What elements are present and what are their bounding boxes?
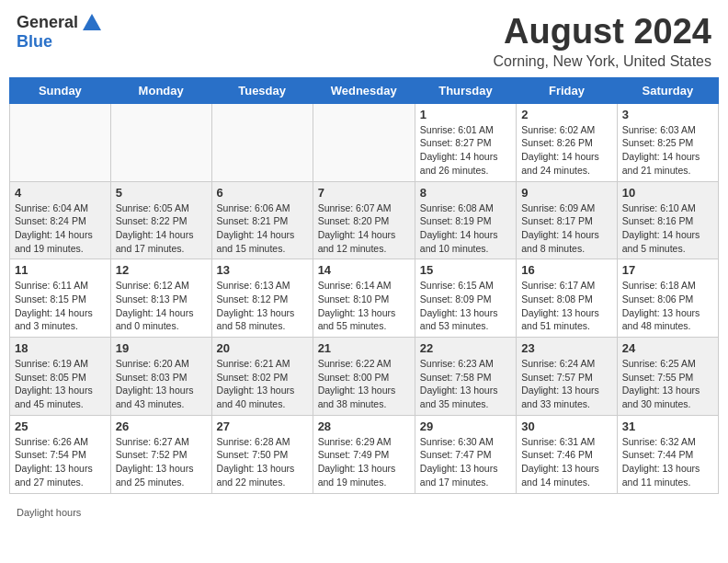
location-title: Corning, New York, United States	[494, 53, 711, 70]
day-cell-18: 18Sunrise: 6:19 AMSunset: 8:05 PMDayligh…	[10, 338, 111, 416]
day-cell-17: 17Sunrise: 6:18 AMSunset: 8:06 PMDayligh…	[617, 259, 718, 338]
day-info: Sunrise: 6:10 AMSunset: 8:16 PMDaylight:…	[622, 201, 713, 256]
day-number: 22	[420, 341, 511, 355]
day-cell-23: 23Sunrise: 6:24 AMSunset: 7:57 PMDayligh…	[517, 338, 618, 416]
calendar-table: SundayMondayTuesdayWednesdayThursdayFrid…	[9, 77, 719, 494]
day-number: 25	[15, 419, 106, 433]
day-info: Sunrise: 6:32 AMSunset: 7:44 PMDaylight:…	[622, 435, 713, 489]
day-number: 21	[318, 341, 410, 355]
title-area: August 2024 Corning, New York, United St…	[494, 13, 711, 70]
day-info: Sunrise: 6:15 AMSunset: 8:09 PMDaylight:…	[420, 279, 511, 333]
day-info: Sunrise: 6:31 AMSunset: 7:46 PMDaylight:…	[521, 435, 612, 489]
day-header-wednesday: Wednesday	[313, 77, 415, 103]
day-info: Sunrise: 6:09 AMSunset: 8:17 PMDaylight:…	[521, 201, 612, 256]
day-info: Sunrise: 6:17 AMSunset: 8:08 PMDaylight:…	[521, 279, 612, 333]
day-number: 29	[420, 419, 511, 433]
day-info: Sunrise: 6:19 AMSunset: 8:05 PMDaylight:…	[15, 357, 106, 411]
calendar-container: SundayMondayTuesdayWednesdayThursdayFrid…	[0, 77, 728, 503]
day-number: 31	[622, 419, 713, 433]
day-header-row: SundayMondayTuesdayWednesdayThursdayFrid…	[10, 77, 719, 103]
day-cell-30: 30Sunrise: 6:31 AMSunset: 7:46 PMDayligh…	[517, 415, 618, 493]
day-cell-6: 6Sunrise: 6:06 AMSunset: 8:21 PMDaylight…	[211, 181, 313, 259]
week-row-3: 11Sunrise: 6:11 AMSunset: 8:15 PMDayligh…	[10, 259, 719, 338]
day-header-monday: Monday	[110, 77, 211, 103]
day-cell-5: 5Sunrise: 6:05 AMSunset: 8:22 PMDaylight…	[110, 181, 211, 259]
day-cell-15: 15Sunrise: 6:15 AMSunset: 8:09 PMDayligh…	[415, 259, 516, 338]
day-number: 9	[521, 186, 612, 200]
day-cell-27: 27Sunrise: 6:28 AMSunset: 7:50 PMDayligh…	[211, 415, 313, 493]
day-number: 3	[622, 108, 713, 121]
day-number: 19	[116, 341, 207, 355]
day-info: Sunrise: 6:29 AMSunset: 7:49 PMDaylight:…	[318, 435, 410, 489]
day-cell-20: 20Sunrise: 6:21 AMSunset: 8:02 PMDayligh…	[211, 338, 313, 416]
day-number: 13	[217, 263, 308, 277]
day-number: 18	[15, 341, 106, 355]
day-number: 28	[318, 419, 410, 433]
day-cell-7: 7Sunrise: 6:07 AMSunset: 8:20 PMDaylight…	[313, 181, 415, 259]
day-info: Sunrise: 6:27 AMSunset: 7:52 PMDaylight:…	[116, 435, 207, 489]
day-header-tuesday: Tuesday	[211, 77, 313, 103]
day-number: 16	[521, 263, 612, 277]
day-info: Sunrise: 6:26 AMSunset: 7:54 PMDaylight:…	[15, 435, 106, 489]
day-cell-19: 19Sunrise: 6:20 AMSunset: 8:03 PMDayligh…	[110, 338, 211, 416]
day-cell-31: 31Sunrise: 6:32 AMSunset: 7:44 PMDayligh…	[617, 415, 718, 493]
day-info: Sunrise: 6:02 AMSunset: 8:26 PMDaylight:…	[521, 123, 612, 178]
day-cell-empty-1	[110, 103, 211, 181]
day-header-friday: Friday	[517, 77, 618, 103]
day-number: 1	[420, 108, 511, 121]
logo: General Blue	[17, 13, 101, 52]
day-number: 26	[116, 419, 207, 433]
day-info: Sunrise: 6:18 AMSunset: 8:06 PMDaylight:…	[622, 279, 713, 333]
day-cell-14: 14Sunrise: 6:14 AMSunset: 8:10 PMDayligh…	[313, 259, 415, 338]
day-cell-3: 3Sunrise: 6:03 AMSunset: 8:25 PMDaylight…	[617, 103, 718, 181]
day-number: 23	[521, 341, 612, 355]
day-info: Sunrise: 6:06 AMSunset: 8:21 PMDaylight:…	[217, 201, 308, 256]
logo-general-text: General	[17, 13, 78, 32]
day-cell-empty-2	[211, 103, 313, 181]
day-info: Sunrise: 6:13 AMSunset: 8:12 PMDaylight:…	[217, 279, 308, 333]
logo-blue-text: Blue	[17, 32, 52, 52]
week-row-5: 25Sunrise: 6:26 AMSunset: 7:54 PMDayligh…	[10, 415, 719, 493]
day-info: Sunrise: 6:22 AMSunset: 8:00 PMDaylight:…	[318, 357, 410, 411]
day-cell-29: 29Sunrise: 6:30 AMSunset: 7:47 PMDayligh…	[415, 415, 516, 493]
day-info: Sunrise: 6:04 AMSunset: 8:24 PMDaylight:…	[15, 201, 106, 256]
day-cell-10: 10Sunrise: 6:10 AMSunset: 8:16 PMDayligh…	[617, 181, 718, 259]
day-number: 15	[420, 263, 511, 277]
day-cell-9: 9Sunrise: 6:09 AMSunset: 8:17 PMDaylight…	[517, 181, 618, 259]
day-cell-16: 16Sunrise: 6:17 AMSunset: 8:08 PMDayligh…	[517, 259, 618, 338]
header: General Blue August 2024 Corning, New Yo…	[0, 0, 728, 77]
week-row-1: 1Sunrise: 6:01 AMSunset: 8:27 PMDaylight…	[10, 103, 719, 181]
day-number: 2	[521, 108, 612, 121]
day-number: 20	[217, 341, 308, 355]
day-number: 4	[15, 186, 106, 200]
day-cell-12: 12Sunrise: 6:12 AMSunset: 8:13 PMDayligh…	[110, 259, 211, 338]
logo-triangle-icon	[83, 14, 101, 30]
day-header-thursday: Thursday	[415, 77, 516, 103]
month-title: August 2024	[494, 13, 711, 52]
day-cell-4: 4Sunrise: 6:04 AMSunset: 8:24 PMDaylight…	[10, 181, 111, 259]
day-number: 6	[217, 186, 308, 200]
day-info: Sunrise: 6:21 AMSunset: 8:02 PMDaylight:…	[217, 357, 308, 411]
day-number: 8	[420, 186, 511, 200]
day-cell-empty-3	[313, 103, 415, 181]
day-number: 5	[116, 186, 207, 200]
day-cell-26: 26Sunrise: 6:27 AMSunset: 7:52 PMDayligh…	[110, 415, 211, 493]
day-info: Sunrise: 6:08 AMSunset: 8:19 PMDaylight:…	[420, 201, 511, 256]
week-row-2: 4Sunrise: 6:04 AMSunset: 8:24 PMDaylight…	[10, 181, 719, 259]
day-cell-21: 21Sunrise: 6:22 AMSunset: 8:00 PMDayligh…	[313, 338, 415, 416]
day-cell-1: 1Sunrise: 6:01 AMSunset: 8:27 PMDaylight…	[415, 103, 516, 181]
day-number: 27	[217, 419, 308, 433]
day-number: 17	[622, 263, 713, 277]
day-cell-28: 28Sunrise: 6:29 AMSunset: 7:49 PMDayligh…	[313, 415, 415, 493]
day-cell-24: 24Sunrise: 6:25 AMSunset: 7:55 PMDayligh…	[617, 338, 718, 416]
day-info: Sunrise: 6:23 AMSunset: 7:58 PMDaylight:…	[420, 357, 511, 411]
day-info: Sunrise: 6:14 AMSunset: 8:10 PMDaylight:…	[318, 279, 410, 333]
day-info: Sunrise: 6:28 AMSunset: 7:50 PMDaylight:…	[217, 435, 308, 489]
day-cell-13: 13Sunrise: 6:13 AMSunset: 8:12 PMDayligh…	[211, 259, 313, 338]
day-cell-22: 22Sunrise: 6:23 AMSunset: 7:58 PMDayligh…	[415, 338, 516, 416]
day-cell-8: 8Sunrise: 6:08 AMSunset: 8:19 PMDaylight…	[415, 181, 516, 259]
day-header-sunday: Sunday	[10, 77, 111, 103]
day-info: Sunrise: 6:03 AMSunset: 8:25 PMDaylight:…	[622, 123, 713, 178]
day-info: Sunrise: 6:05 AMSunset: 8:22 PMDaylight:…	[116, 201, 207, 256]
legend: Daylight hours	[0, 503, 728, 523]
